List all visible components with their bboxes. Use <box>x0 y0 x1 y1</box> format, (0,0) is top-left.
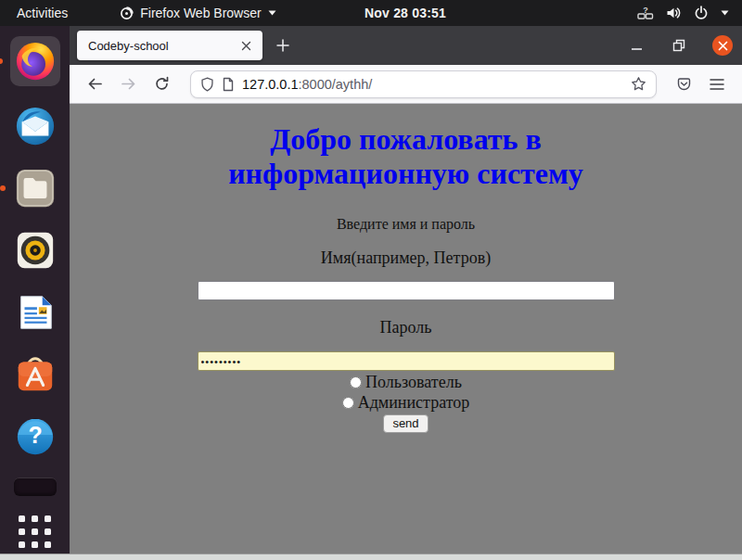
page-title: Добро пожаловать винформационную систему <box>70 122 742 191</box>
volume-icon <box>666 6 682 20</box>
dock-item-help[interactable]: ? <box>13 414 58 459</box>
admin-radio[interactable] <box>342 397 354 409</box>
url-path: :8000/aythh/ <box>298 77 372 92</box>
window-controls <box>627 35 733 56</box>
files-icon <box>14 167 57 210</box>
forward-button[interactable] <box>114 70 142 98</box>
tab-close-icon[interactable] <box>237 36 255 55</box>
network-unknown-icon: ? <box>637 6 654 20</box>
help-icon: ? <box>14 415 57 458</box>
clock[interactable]: Nov 28 03:51 <box>365 0 446 26</box>
password-label: Пароль <box>70 318 742 337</box>
rhythmbox-icon <box>14 229 57 272</box>
form-subtitle: Введите имя и пароль <box>70 216 742 233</box>
admin-radio-label: Администратор <box>358 394 470 412</box>
firefox-window: Codeby-school <box>70 26 742 554</box>
libreoffice-writer-icon <box>14 291 57 334</box>
firefox-symbolic-icon <box>120 6 134 20</box>
menu-hamburger-icon[interactable] <box>703 70 731 98</box>
web-page: Добро пожаловать винформационную систему… <box>70 104 742 554</box>
radio-row-admin: Администратор <box>70 394 742 412</box>
ubuntu-dock: ? <box>0 26 70 554</box>
show-applications-icon <box>19 515 51 548</box>
tab-title: Codeby-school <box>88 39 237 53</box>
pocket-icon[interactable] <box>670 70 697 98</box>
dock-item-ubuntu-software[interactable] <box>13 352 58 397</box>
dock-item-files[interactable] <box>13 166 58 210</box>
desktop-screen: Activities Firefox Web Browser Nov 28 03… <box>0 0 742 560</box>
show-applications-button[interactable] <box>13 515 58 548</box>
app-menu-button[interactable]: Firefox Web Browser <box>112 0 283 26</box>
reload-button[interactable] <box>147 70 175 98</box>
page-info-icon[interactable] <box>222 77 235 92</box>
password-input[interactable] <box>198 351 615 371</box>
ubuntu-software-icon <box>14 353 57 396</box>
bookmark-star-icon[interactable] <box>631 76 646 92</box>
url-domain: 127.0.0.1 <box>242 77 298 92</box>
dock-item-libreoffice-writer[interactable] <box>13 290 58 335</box>
user-radio-label: Пользователь <box>365 374 462 391</box>
radio-row-user: Пользователь <box>70 374 742 391</box>
minimize-button[interactable] <box>627 36 646 55</box>
tab-strip: Codeby-school <box>70 26 742 65</box>
new-tab-button[interactable] <box>270 32 296 58</box>
svg-text:?: ? <box>28 422 42 448</box>
gnome-top-bar: Activities Firefox Web Browser Nov 28 03… <box>0 0 742 26</box>
dock-item-rhythmbox[interactable] <box>13 228 58 273</box>
dock-item-firefox[interactable] <box>10 36 60 86</box>
screen-bottom-edge <box>0 554 742 560</box>
running-indicator <box>0 58 3 64</box>
close-button[interactable] <box>712 35 733 56</box>
thunderbird-icon <box>14 105 57 147</box>
back-button[interactable] <box>81 70 109 98</box>
activities-button[interactable]: Activities <box>0 0 84 26</box>
running-indicator <box>0 185 6 191</box>
name-label: Имя(например, Петров) <box>70 248 742 268</box>
user-radio[interactable] <box>350 376 362 388</box>
firefox-icon <box>14 40 57 83</box>
system-status-area[interactable]: ? <box>637 0 742 26</box>
dock-item-minimized-window[interactable] <box>13 477 58 497</box>
navigation-toolbar: 127.0.0.1:8000/aythh/ <box>70 65 742 104</box>
app-menu-label: Firefox Web Browser <box>140 6 261 20</box>
dock-item-thunderbird[interactable] <box>13 104 58 148</box>
chevron-down-icon <box>268 10 276 16</box>
minimized-window-icon <box>14 477 57 496</box>
power-icon <box>694 6 709 20</box>
restore-button[interactable] <box>670 36 688 55</box>
chevron-down-icon <box>721 10 729 16</box>
tab-codeby-school[interactable]: Codeby-school <box>77 31 262 60</box>
tracking-protection-shield-icon[interactable] <box>200 77 214 92</box>
svg-text:?: ? <box>643 6 648 15</box>
url-text[interactable]: 127.0.0.1:8000/aythh/ <box>242 77 623 92</box>
send-button[interactable]: send <box>383 414 428 433</box>
name-input[interactable] <box>198 281 615 300</box>
url-bar[interactable]: 127.0.0.1:8000/aythh/ <box>190 70 657 98</box>
